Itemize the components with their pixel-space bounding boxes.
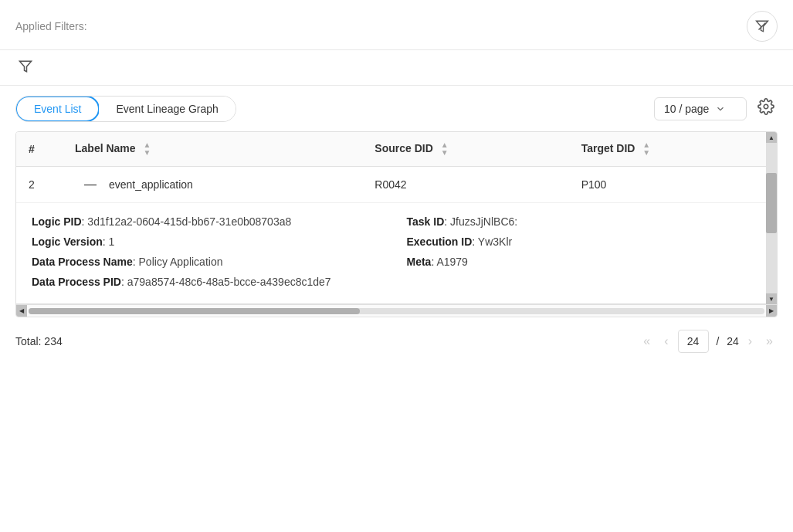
scroll-down-arrow[interactable]: ▼ <box>766 293 777 304</box>
detail-logic-pid: Logic PID: 3d1f12a2-0604-415d-bb67-31e0b… <box>32 215 376 228</box>
current-page-input[interactable] <box>678 330 709 353</box>
filter-icon-row <box>0 50 793 86</box>
scroll-track[interactable] <box>766 143 777 293</box>
main-table-container: # Label Name ▲▼ Source DID ▲▼ Target DID <box>15 131 778 317</box>
cell-source-did: R0042 <box>362 167 568 203</box>
detail-task-id: Task ID: JfuzsJjNlBC6: <box>407 215 751 228</box>
page-separator: / <box>713 335 723 347</box>
settings-button[interactable] <box>754 95 778 122</box>
scroll-right-arrow[interactable]: ▶ <box>766 305 777 317</box>
col-header-target-did[interactable]: Target DID ▲▼ <box>569 132 766 167</box>
scroll-up-arrow[interactable]: ▲ <box>766 132 777 143</box>
filters-bar: Applied Filters: <box>0 0 793 50</box>
svg-line-1 <box>759 23 766 30</box>
sort-arrows-label: ▲▼ <box>143 141 151 157</box>
h-scroll-thumb <box>29 308 360 314</box>
clear-filter-icon <box>755 19 769 33</box>
detail-cell: Logic PID: 3d1f12a2-0604-415d-bb67-31e0b… <box>16 203 766 304</box>
detail-row: Logic PID: 3d1f12a2-0604-415d-bb67-31e0b… <box>16 203 766 304</box>
h-scroll-track[interactable] <box>29 308 764 314</box>
sort-arrows-target: ▲▼ <box>642 141 650 157</box>
col-header-source-did[interactable]: Source DID ▲▼ <box>362 132 568 167</box>
footer: Total: 234 « ‹ / 24 › » <box>0 317 793 365</box>
page-size-select[interactable]: 10 / page <box>654 97 747 120</box>
cell-num: 2 <box>16 167 63 203</box>
col-header-num: # <box>16 132 63 167</box>
vertical-scrollbar[interactable]: ▲ ▼ <box>766 132 777 304</box>
table-header-row: # Label Name ▲▼ Source DID ▲▼ Target DID <box>16 132 766 167</box>
cell-target-did: P100 <box>569 167 766 203</box>
funnel-icon <box>19 59 32 73</box>
prev-page-button[interactable]: ‹ <box>659 331 673 351</box>
next-page-button[interactable]: › <box>744 331 757 351</box>
tab-event-list[interactable]: Event List <box>15 96 100 122</box>
detail-meta: Meta: A1979 <box>407 256 751 268</box>
page-size-label: 10 / page <box>664 103 709 115</box>
filters-label: Applied Filters: <box>15 20 87 32</box>
pagination: « ‹ / 24 › » <box>639 330 778 353</box>
table-wrapper: # Label Name ▲▼ Source DID ▲▼ Target DID <box>16 132 777 304</box>
tabs-toolbar: Event List Event Lineage Graph 10 / page <box>0 86 793 131</box>
sort-arrows-source: ▲▼ <box>441 141 449 157</box>
cell-label-name: — event_application <box>63 167 362 203</box>
col-header-label-name[interactable]: Label Name ▲▼ <box>63 132 362 167</box>
scroll-left-arrow[interactable]: ◀ <box>16 305 27 317</box>
tab-event-lineage-graph[interactable]: Event Lineage Graph <box>99 97 235 121</box>
detail-data-process-pid: Data Process PID: a79a8574-48c6-48a5-bcc… <box>32 276 376 288</box>
toolbar-right: 10 / page <box>654 95 778 122</box>
last-page-button[interactable]: » <box>761 331 778 351</box>
horizontal-scrollbar[interactable]: ◀ ▶ <box>16 304 777 317</box>
svg-point-3 <box>764 104 768 109</box>
clear-filter-button[interactable] <box>747 11 778 42</box>
scroll-thumb <box>766 173 777 233</box>
detail-grid: Logic PID: 3d1f12a2-0604-415d-bb67-31e0b… <box>32 215 751 288</box>
svg-marker-2 <box>20 61 32 72</box>
filter-funnel-button[interactable] <box>15 56 36 79</box>
tabs-group: Event List Event Lineage Graph <box>15 96 236 122</box>
detail-execution-id: Execution ID: Yw3Klr <box>407 236 751 248</box>
gear-icon <box>757 98 774 115</box>
total-count: Total: 234 <box>15 335 63 347</box>
total-pages: 24 <box>727 335 739 347</box>
table-row[interactable]: 2 — event_application R0042 P100 <box>16 167 766 203</box>
events-table: # Label Name ▲▼ Source DID ▲▼ Target DID <box>16 132 766 304</box>
first-page-button[interactable]: « <box>639 331 655 351</box>
detail-logic-version: Logic Version: 1 <box>32 236 376 248</box>
detail-data-process-name: Data Process Name: Policy Application <box>32 256 376 268</box>
chevron-down-icon <box>715 103 726 114</box>
